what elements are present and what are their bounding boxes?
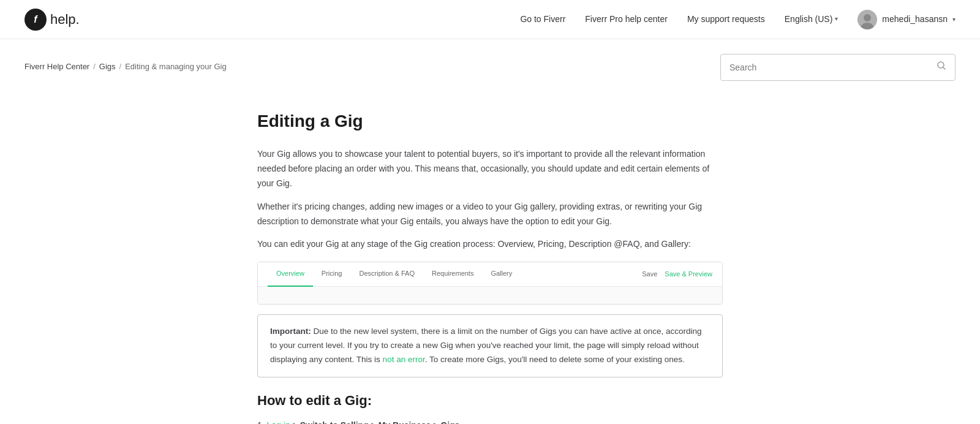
gig-tab-requirements[interactable]: Requirements xyxy=(423,262,482,287)
gig-tabs-right: Save Save & Preview xyxy=(642,269,712,280)
step1-sep1: > xyxy=(293,420,300,424)
notice-text-2: . To create more Gigs, you'll need to de… xyxy=(425,355,685,364)
gig-ui-tabs: Overview Pricing Description & FAQ Requi… xyxy=(258,262,722,287)
username-label: mehedi_hasansn xyxy=(882,12,948,26)
list-item: Log in > Switch to Selling > My Business… xyxy=(257,418,723,424)
breadcrumb-sep-2: / xyxy=(119,61,122,74)
breadcrumb: Fiverr Help Center / Gigs / Editing & ma… xyxy=(24,61,227,74)
logo-icon: f xyxy=(24,9,47,31)
main-nav: Go to Fiverr Fiverr Pro help center My s… xyxy=(520,10,956,29)
main-content: Editing a Gig Your Gig allows you to sho… xyxy=(245,96,735,424)
svg-point-1 xyxy=(864,14,871,21)
avatar xyxy=(858,10,877,29)
support-requests-link[interactable]: My support requests xyxy=(687,12,765,26)
pro-help-center-link[interactable]: Fiverr Pro help center xyxy=(585,12,668,26)
go-to-fiverr-link[interactable]: Go to Fiverr xyxy=(520,12,565,26)
step1-switch: Switch to Selling xyxy=(300,420,369,424)
logo-text: help. xyxy=(50,9,80,30)
breadcrumb-home[interactable]: Fiverr Help Center xyxy=(24,61,89,74)
step1-gigs: Gigs xyxy=(440,420,459,424)
breadcrumb-current: Editing & managing your Gig xyxy=(125,61,226,74)
gig-save-preview-button[interactable]: Save & Preview xyxy=(665,269,712,280)
logo: f help. xyxy=(24,9,80,31)
gig-tab-pricing[interactable]: Pricing xyxy=(313,262,351,287)
notice-box: Important: Due to the new level system, … xyxy=(257,314,723,377)
breadcrumb-sep-1: / xyxy=(93,61,96,74)
gig-tab-description[interactable]: Description & FAQ xyxy=(350,262,423,287)
language-selector[interactable]: English (US) ▾ xyxy=(785,12,839,26)
article-title: Editing a Gig xyxy=(257,108,723,135)
gig-ui-preview: Overview Pricing Description & FAQ Requi… xyxy=(257,262,723,305)
gig-tab-overview[interactable]: Overview xyxy=(268,262,313,287)
header: f help. Go to Fiverr Fiverr Pro help cen… xyxy=(0,0,980,39)
how-to-title: How to edit a Gig: xyxy=(257,390,723,411)
gig-tabs-left: Overview Pricing Description & FAQ Requi… xyxy=(268,262,521,286)
svg-line-4 xyxy=(943,67,946,70)
step1-my-business: My Business xyxy=(379,420,431,424)
user-chevron-icon: ▾ xyxy=(952,15,956,25)
notice-link[interactable]: not an error xyxy=(383,355,425,364)
chevron-down-icon: ▾ xyxy=(835,14,838,24)
gig-tab-gallery[interactable]: Gallery xyxy=(482,262,521,287)
notice-bold: Important: xyxy=(270,327,311,336)
logo-letter: f xyxy=(34,12,37,28)
gig-ui-content xyxy=(258,287,722,304)
user-menu[interactable]: mehedi_hasansn ▾ xyxy=(858,10,956,29)
search-input[interactable] xyxy=(729,62,932,72)
article-paragraph-2: Whether it's pricing changes, adding new… xyxy=(257,200,723,229)
language-label: English (US) xyxy=(785,12,833,26)
article-paragraph-1: Your Gig allows you to showcase your tal… xyxy=(257,147,723,191)
step1-sep2: > xyxy=(371,420,379,424)
how-to-list: Log in > Switch to Selling > My Business… xyxy=(257,418,723,424)
gig-save-button[interactable]: Save xyxy=(642,269,657,280)
breadcrumb-gigs[interactable]: Gigs xyxy=(99,61,116,74)
article-body: Your Gig allows you to showcase your tal… xyxy=(257,147,723,424)
search-icon xyxy=(937,59,946,75)
search-box xyxy=(720,54,956,81)
step1-sep3: > xyxy=(433,420,440,424)
article-paragraph-3: You can edit your Gig at any stage of th… xyxy=(257,237,723,252)
breadcrumb-search-row: Fiverr Help Center / Gigs / Editing & ma… xyxy=(0,39,980,96)
log-in-link[interactable]: Log in xyxy=(267,420,290,424)
